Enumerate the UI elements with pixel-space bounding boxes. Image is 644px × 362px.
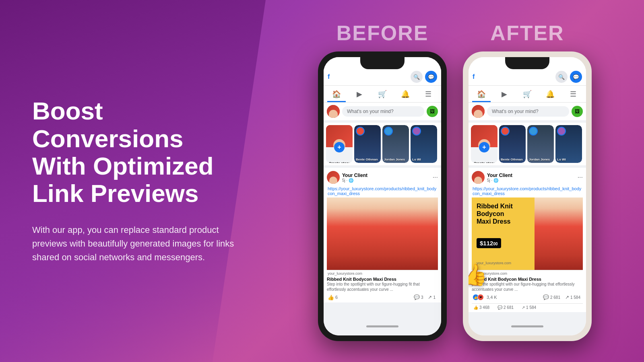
after-nav-home[interactable]: 🏠 bbox=[472, 86, 491, 102]
before-post-footer: your_luxurystore.com Ribbed Knit Bodycon… bbox=[327, 270, 438, 302]
after-desc-text: p into the spotlight with our figure-hug… bbox=[472, 282, 583, 292]
story-bente[interactable]: Bente Othman bbox=[354, 125, 381, 163]
before-stories: + Create story Bente Othman bbox=[324, 123, 441, 165]
search-input-display[interactable]: What's on your mind? bbox=[342, 106, 424, 117]
story-bente-avatar bbox=[356, 127, 365, 136]
after-share-btn[interactable]: ↗ 1 584 bbox=[564, 294, 582, 301]
before-like-emoji: 👍 bbox=[328, 294, 334, 300]
after-product-image bbox=[535, 197, 583, 270]
story-jordan[interactable]: Jordan Jones bbox=[382, 125, 409, 163]
after-post-actions: 💬 2 681 ↗ 1 584 bbox=[541, 294, 582, 301]
after-story-create-label-area: Create story bbox=[471, 152, 497, 163]
after-search-input-display[interactable]: What's on your mind? bbox=[487, 106, 569, 117]
before-navbar: 🏠 ▶ 🛒 🔔 ☰ bbox=[324, 86, 441, 103]
before-post-link[interactable]: https://your_luxurystore.com/products/ri… bbox=[327, 186, 438, 196]
comment-icon: 💬 bbox=[414, 294, 420, 300]
after-story-jordan-avatar bbox=[529, 127, 538, 136]
nav-notif[interactable]: 🔔 bbox=[396, 86, 415, 102]
after-bottom-pill bbox=[511, 325, 543, 327]
story-create[interactable]: + Create story bbox=[326, 125, 353, 163]
after-share-count: 1 584 bbox=[570, 295, 580, 300]
after-post-time: 5j · bbox=[487, 178, 492, 183]
avatar-img bbox=[327, 105, 340, 118]
before-phone-inner: f 🔍 💬 🏠 ▶ 🛒 🔔 ☰ bbox=[324, 57, 441, 335]
after-big-like-icon: 👍 bbox=[473, 305, 478, 310]
nav-home[interactable]: 🏠 bbox=[327, 86, 346, 102]
before-comment-btn[interactable]: 💬 3 bbox=[412, 294, 425, 301]
after-price: $112 bbox=[480, 240, 493, 247]
before-post-more[interactable]: ··· bbox=[433, 174, 438, 181]
before-share-btn[interactable]: ↗ 1 bbox=[426, 294, 437, 301]
after-post-avatar bbox=[472, 171, 485, 184]
before-column: BEFORE f 🔍 💬 🏠 ▶ bbox=[318, 21, 447, 341]
after-messenger-icon[interactable]: 💬 bbox=[570, 71, 582, 83]
after-big-share-btn[interactable]: ↗ 1 584 bbox=[520, 304, 538, 311]
after-post-image: Ribbed KnitBodyconMaxi Dress $11200 your… bbox=[472, 197, 583, 270]
after-nav-menu[interactable]: ☰ bbox=[564, 86, 582, 102]
after-green-photo-icon[interactable]: 🖼 bbox=[572, 106, 583, 117]
before-store-line: your_luxurystore.com bbox=[327, 270, 438, 277]
after-video-icon: ▶ bbox=[502, 90, 507, 99]
after-big-comment-icon: 💬 bbox=[497, 305, 502, 310]
before-searchbar: What's on your mind? 🖼 bbox=[324, 103, 441, 120]
green-photo-icon[interactable]: 🖼 bbox=[427, 106, 438, 117]
before-like-count: 6 bbox=[335, 295, 338, 300]
after-column: AFTER f 🔍 💬 🏠 ▶ bbox=[463, 21, 592, 341]
after-story-lo[interactable]: Lo Wi bbox=[555, 125, 582, 163]
after-post-user-info: Your Client 5j · 🌐 bbox=[472, 171, 512, 184]
headline: Boost Conversions With Optimized Link Pr… bbox=[32, 97, 242, 207]
after-topbar-icons: 🔍 💬 bbox=[555, 71, 582, 83]
create-story-plus-icon: + bbox=[334, 142, 345, 152]
after-story-lo-name: Lo Wi bbox=[557, 158, 581, 161]
shop-icon: 🛒 bbox=[378, 90, 387, 99]
messenger-icon[interactable]: 💬 bbox=[425, 71, 437, 83]
after-reaction-count: 3,4 K bbox=[487, 295, 497, 300]
story-create-label-area: Create story bbox=[326, 152, 353, 163]
phones-area: BEFORE f 🔍 💬 🏠 ▶ bbox=[266, 0, 644, 362]
before-phone-notch bbox=[360, 57, 405, 69]
share-icon: ↗ bbox=[428, 294, 432, 300]
nav-video[interactable]: ▶ bbox=[350, 86, 369, 102]
after-user-avatar bbox=[472, 105, 485, 118]
after-story-jordan[interactable]: Jordan Jones bbox=[527, 125, 554, 163]
after-search-icon[interactable]: 🔍 bbox=[555, 71, 568, 83]
search-icon[interactable]: 🔍 bbox=[411, 71, 423, 83]
after-post-link[interactable]: https://your_luxurystore.com/products/ri… bbox=[472, 186, 583, 196]
story-lo[interactable]: Lo Wi bbox=[411, 125, 437, 163]
after-label: AFTER bbox=[490, 21, 564, 45]
after-story-bente-avatar bbox=[501, 127, 510, 136]
fb-logo: f bbox=[328, 73, 330, 80]
thumbs-up-emoji: 👍 bbox=[469, 263, 487, 287]
after-post-footer: your_luxurystore.com Ribbed Knit Bodycon… bbox=[472, 270, 583, 312]
nav-shop[interactable]: 🛒 bbox=[373, 86, 392, 102]
fb-logo-after: f bbox=[473, 73, 475, 80]
user-avatar bbox=[327, 105, 340, 118]
after-story-create[interactable]: + Create story bbox=[471, 125, 497, 163]
after-post: Your Client 5j · 🌐 ··· https://your_luxu… bbox=[469, 168, 586, 312]
before-label: BEFORE bbox=[336, 21, 429, 45]
after-comment-count: 2 681 bbox=[550, 295, 560, 300]
video-icon: ▶ bbox=[357, 90, 362, 99]
after-post-user-details: Your Client 5j · 🌐 bbox=[487, 173, 512, 183]
home-icon: 🏠 bbox=[332, 90, 341, 99]
notif-icon: 🔔 bbox=[401, 90, 410, 99]
hero-content: Boost Conversions With Optimized Link Pr… bbox=[0, 0, 266, 362]
after-nav-notif[interactable]: 🔔 bbox=[541, 86, 559, 102]
before-fb-ui: f 🔍 💬 🏠 ▶ 🛒 🔔 ☰ bbox=[324, 57, 441, 335]
after-big-share-icon: ↗ bbox=[522, 305, 525, 310]
after-big-comment-count: 2 681 bbox=[504, 305, 514, 310]
after-big-comment-btn[interactable]: 💬 2 681 bbox=[496, 304, 515, 311]
menu-icon: ☰ bbox=[425, 90, 431, 99]
after-navbar: 🏠 ▶ 🛒 🔔 ☰ bbox=[469, 86, 586, 103]
after-nav-video[interactable]: ▶ bbox=[495, 86, 514, 102]
after-store-line: your_luxurystore.com bbox=[472, 270, 583, 277]
after-post-more[interactable]: ··· bbox=[578, 174, 583, 181]
after-story-bente[interactable]: Bente Othman bbox=[499, 125, 526, 163]
nav-menu[interactable]: ☰ bbox=[419, 86, 438, 102]
after-stories: + Create story Bente Othman bbox=[469, 123, 586, 165]
after-big-like-btn[interactable]: 👍 3 468 bbox=[472, 304, 491, 311]
after-post-globe: 🌐 bbox=[493, 178, 498, 183]
story-lo-avatar bbox=[412, 127, 421, 136]
after-nav-shop[interactable]: 🛒 bbox=[518, 86, 537, 102]
after-comment-btn[interactable]: 💬 2 681 bbox=[541, 294, 562, 301]
